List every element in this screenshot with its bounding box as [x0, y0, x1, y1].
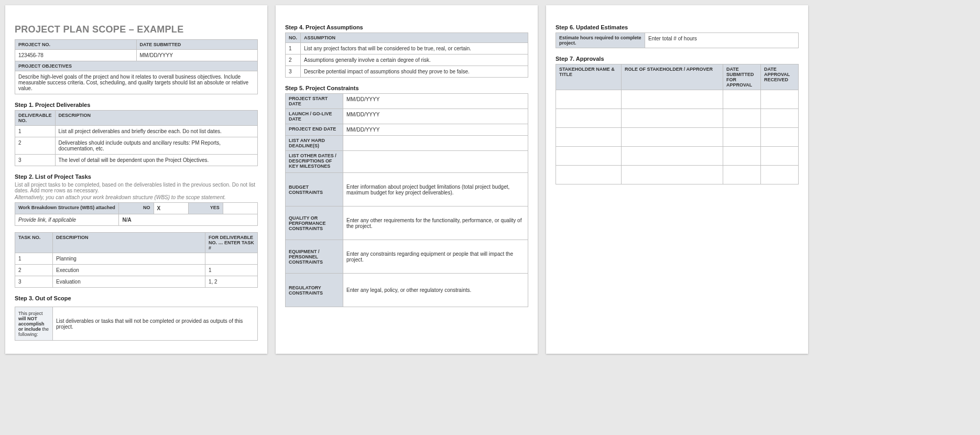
c-equip-label: EQUIPMENT / PERSONNEL CONSTRAINTS	[286, 240, 343, 274]
deliv-no: 3	[15, 155, 56, 166]
table-row	[556, 128, 799, 147]
task-desc: Execution	[53, 265, 205, 276]
c-other-label: LIST OTHER DATES / DESCRIPTIONS OF KEY M…	[286, 151, 343, 173]
est-value: Enter total # of hours	[645, 33, 799, 48]
task-desc: Evaluation	[53, 276, 205, 288]
task-for: 1, 2	[205, 276, 258, 288]
task-desc: Planning	[53, 253, 205, 265]
wbs-table: Work Breakdown Structure (WBS) attached …	[15, 202, 258, 226]
deliv-col2: DESCRIPTION	[55, 111, 257, 126]
table-row	[556, 90, 799, 109]
deliverables-table: DELIVERABLE NO. DESCRIPTION 1List all pr…	[15, 110, 258, 166]
c-live-label: LAUNCH / GO-LIVE DATE	[286, 109, 343, 124]
oos-p1: This project	[18, 311, 43, 316]
c-end-val: MM/DD/YYYY	[343, 124, 528, 136]
table-row	[556, 109, 799, 128]
constraints-table: PROJECT START DATEMM/DD/YYYY LAUNCH / GO…	[285, 93, 528, 307]
wbs-link-label: Provide link, if applicable	[15, 214, 119, 226]
date-submitted-header: DATE SUBMITTED	[136, 40, 258, 50]
out-of-scope-label: This project will NOT accomplish or incl…	[15, 307, 53, 341]
task-no: 2	[15, 265, 53, 276]
task-no: 3	[15, 276, 53, 288]
out-of-scope-table: This project will NOT accomplish or incl…	[15, 307, 258, 341]
task-for: 1	[205, 265, 258, 276]
assump-no: 2	[286, 55, 301, 66]
doc-title: PROJECT PLAN SCOPE – EXAMPLE	[15, 24, 258, 35]
wbs-yes-label: YES	[188, 203, 223, 214]
assump-col1: NO.	[286, 33, 301, 43]
assump-no: 3	[286, 66, 301, 78]
assump-col2: ASSUMPTION	[301, 33, 528, 43]
task-no: 1	[15, 253, 53, 265]
objectives-header: PROJECT OBJECTIVES	[15, 61, 258, 71]
page-1: PROJECT PLAN SCOPE – EXAMPLE PROJECT NO.…	[5, 5, 267, 354]
project-no-header: PROJECT NO.	[15, 40, 137, 50]
approvals-table: STAKEHOLDER NAME & TITLE ROLE OF STAKEHO…	[556, 64, 799, 184]
c-live-val: MM/DD/YYYY	[343, 109, 528, 124]
c-budget-label: BUDGET CONSTRAINTS	[286, 173, 343, 206]
page-spread: PROJECT PLAN SCOPE – EXAMPLE PROJECT NO.…	[5, 5, 975, 354]
wbs-no-label: NO	[119, 203, 154, 214]
step1-heading: Step 1. Project Deliverables	[15, 102, 258, 108]
wbs-label: Work Breakdown Structure (WBS) attached	[15, 203, 119, 214]
table-row	[556, 147, 799, 166]
task-col2: DESCRIPTION	[53, 233, 205, 253]
step2-note1: List all project tasks to be completed, …	[15, 182, 258, 193]
c-quality-label: QUALITY OR PERFORMANCE CONSTRAINTS	[286, 206, 343, 240]
tasks-table: TASK NO. DESCRIPTION FOR DELIVERABLE NO.…	[15, 232, 258, 288]
deliv-desc: Deliverables should include outputs and …	[55, 137, 257, 155]
page-3: Step 6. Updated Estimates Estimate hours…	[546, 5, 808, 354]
deliv-desc: List all project deliverables and briefl…	[55, 126, 257, 137]
meta-table: PROJECT NO. DATE SUBMITTED 123456-78 MM/…	[15, 39, 258, 94]
task-for	[205, 253, 258, 265]
task-col3: FOR DELIVERABLE NO. … ENTER TASK #	[205, 233, 258, 253]
estimates-table: Estimate hours required to complete proj…	[556, 32, 799, 48]
c-end-label: PROJECT END DATE	[286, 124, 343, 136]
c-start-val: MM/DD/YYYY	[343, 94, 528, 109]
table-row	[556, 166, 799, 184]
appr-col3: DATE SUBMITTED FOR APPROVAL	[723, 64, 761, 90]
c-other-val	[343, 151, 528, 173]
deliv-desc: The level of detail will be dependent up…	[55, 155, 257, 166]
wbs-link-value: N/A	[119, 214, 258, 226]
appr-col4: DATE APPROVAL RECEIVED	[761, 64, 799, 90]
step6-heading: Step 6. Updated Estimates	[556, 24, 799, 30]
c-reg-val: Enter any legal, policy, or other regula…	[343, 274, 528, 307]
step5-heading: Step 5. Project Constraints	[285, 85, 528, 91]
deliv-no: 2	[15, 137, 56, 155]
assump-desc: Assumptions generally involve a certain …	[301, 55, 528, 66]
step7-heading: Step 7. Approvals	[556, 56, 799, 62]
c-quality-val: Enter any other requirements for the fun…	[343, 206, 528, 240]
assumptions-table: NO. ASSUMPTION 1List any project factors…	[285, 32, 528, 78]
step4-heading: Step 4. Project Assumptions	[285, 24, 528, 30]
appr-col1: STAKEHOLDER NAME & TITLE	[556, 64, 622, 90]
step2-note2: Alternatively, you can attach your work …	[15, 194, 258, 200]
appr-col2: ROLE OF STAKEHOLDER / APPROVER	[622, 64, 723, 90]
est-label: Estimate hours required to complete proj…	[556, 33, 645, 48]
deliv-no: 1	[15, 126, 56, 137]
assump-no: 1	[286, 43, 301, 55]
c-reg-label: REGULATORY CONSTRAINTS	[286, 274, 343, 307]
wbs-no-value: X	[154, 203, 188, 214]
c-hard-val	[343, 136, 528, 151]
wbs-yes-value	[223, 203, 257, 214]
page-2: Step 4. Project Assumptions NO. ASSUMPTI…	[276, 5, 538, 354]
date-submitted-value: MM/DD/YYYY	[136, 50, 258, 61]
step2-heading: Step 2. List of Project Tasks	[15, 173, 258, 180]
project-no-value: 123456-78	[15, 50, 137, 61]
c-budget-val: Enter information about project budget l…	[343, 173, 528, 206]
assump-desc: List any project factors that will be co…	[301, 43, 528, 55]
step3-heading: Step 3. Out of Scope	[15, 295, 258, 301]
objectives-text: Describe high-level goals of the project…	[15, 71, 258, 94]
task-col1: TASK NO.	[15, 233, 53, 253]
c-equip-val: Enter any constraints regarding equipmen…	[343, 240, 528, 274]
assump-desc: Describe potential impact of assumptions…	[301, 66, 528, 78]
c-start-label: PROJECT START DATE	[286, 94, 343, 109]
c-hard-label: LIST ANY HARD DEADLINE(S)	[286, 136, 343, 151]
deliv-col1: DELIVERABLE NO.	[15, 111, 56, 126]
out-of-scope-text: List deliverables or tasks that will not…	[53, 307, 258, 341]
